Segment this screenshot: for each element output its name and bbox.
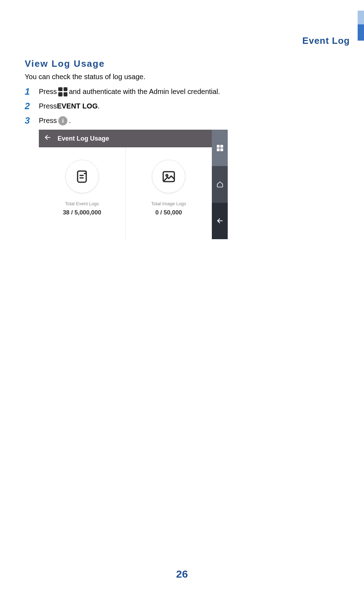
- step-text-before: Press: [39, 117, 57, 125]
- menu-grid-icon: [58, 87, 67, 96]
- device-screenshot: Event Log Usage Total Event Logs 38 / 5,…: [39, 130, 228, 239]
- home-button[interactable]: [212, 166, 228, 202]
- device-body: Total Event Logs 38 / 5,000,000 Total Im…: [39, 147, 212, 239]
- metric-event-logs: Total Event Logs 38 / 5,000,000: [39, 147, 125, 239]
- info-icon: i: [58, 116, 67, 125]
- step-text-after: and authenticate with the Admin level cr…: [69, 88, 220, 96]
- apps-grid-icon: [217, 145, 223, 151]
- step-text-bold: EVENT LOG: [57, 102, 98, 110]
- scroll-log-icon: [65, 160, 99, 193]
- step-item-2: 2 Press EVENT LOG .: [25, 101, 339, 112]
- step-text: Press EVENT LOG .: [39, 102, 100, 110]
- apps-button[interactable]: [212, 130, 228, 166]
- metric-image-logs: Total Image Logs 0 / 50,000: [125, 147, 212, 239]
- metric-label: Total Image Logs: [151, 201, 186, 206]
- device-header: Event Log Usage: [39, 130, 212, 147]
- step-text-before: Press: [39, 88, 57, 96]
- page-tab-light: [358, 11, 364, 24]
- step-number: 1: [25, 86, 39, 97]
- step-text-punct: .: [98, 102, 100, 110]
- step-item-3: 3 Press i .: [25, 115, 339, 126]
- step-text-punct: .: [69, 117, 71, 125]
- step-number: 3: [25, 115, 39, 126]
- page-tab-dark: [358, 24, 364, 41]
- device-header-title: Event Log Usage: [58, 135, 109, 142]
- page-number: 26: [0, 568, 364, 580]
- back-arrow-icon[interactable]: [44, 134, 51, 143]
- metric-label: Total Event Logs: [65, 201, 99, 206]
- step-text-before: Press: [39, 102, 57, 110]
- metric-value: 38 / 5,000,000: [63, 209, 101, 216]
- device-sidebar: [212, 130, 228, 239]
- back-button[interactable]: [212, 203, 228, 239]
- step-list: 1 Press and authenticate with the Admin …: [25, 86, 339, 126]
- section-intro: You can check the status of log usage.: [25, 73, 339, 81]
- svg-point-4: [166, 174, 168, 176]
- image-icon: [152, 160, 185, 193]
- page-edge-tab: [358, 11, 364, 41]
- step-text: Press and authenticate with the Admin le…: [39, 87, 220, 96]
- home-icon: [216, 181, 223, 188]
- step-item-1: 1 Press and authenticate with the Admin …: [25, 86, 339, 97]
- step-text: Press i .: [39, 116, 71, 125]
- step-number: 2: [25, 101, 39, 112]
- metric-value: 0 / 50,000: [155, 209, 182, 216]
- page-header-title: Event Log: [302, 35, 350, 46]
- section-title: View Log Usage: [25, 58, 339, 69]
- back-arrow-icon: [216, 217, 223, 224]
